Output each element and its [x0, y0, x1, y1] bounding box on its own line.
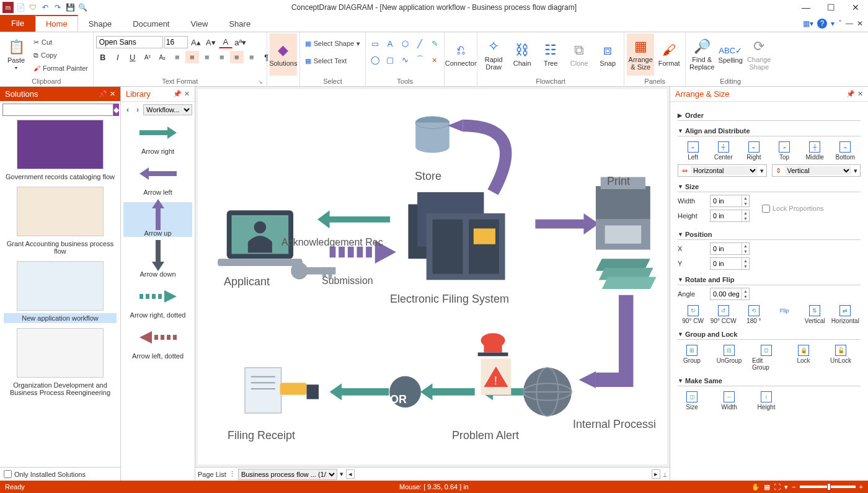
new-icon[interactable]: 📄 [15, 2, 26, 13]
align-center-button[interactable]: ┼Center [709, 141, 738, 161]
find-replace-button[interactable]: 🔎Find & Replace [688, 33, 715, 76]
undo-icon[interactable]: ↶ [40, 2, 51, 13]
spin-down-icon[interactable]: ▼ [742, 249, 749, 254]
align-middle-icon[interactable]: ≡ [230, 51, 244, 63]
page-select[interactable]: Business process flow ... (1/1) [238, 469, 337, 480]
tool-ellipse-icon[interactable]: ◯ [368, 53, 382, 66]
tool-line-icon[interactable]: ╱ [413, 37, 427, 50]
copy-button[interactable]: ⧉Copy [31, 49, 91, 61]
mdi-close-icon[interactable]: ✕ [857, 19, 863, 28]
zoom-in-icon[interactable]: + [859, 483, 863, 491]
pin-icon[interactable]: 📌 [173, 90, 182, 98]
scroll-right-icon[interactable]: ▸ [652, 469, 660, 479]
disk-icon[interactable]: 💾 [64, 2, 76, 13]
align-left-button[interactable]: ⫠Left [679, 141, 707, 161]
align-left-icon[interactable]: ≡ [170, 51, 184, 63]
only-installed-checkbox[interactable]: Only Installed Solutions [0, 467, 120, 481]
paste-button[interactable]: 📋 Paste ▾ [2, 33, 30, 76]
change-shape-button[interactable]: ⟳Change Shape [745, 33, 773, 76]
spelling-button[interactable]: ABC✓Spelling [717, 33, 744, 76]
lock-button[interactable]: 🔒Lock [789, 345, 818, 371]
tab-document[interactable]: Document [122, 15, 180, 32]
lock-chk[interactable] [762, 205, 770, 213]
font-size-select[interactable] [164, 36, 188, 48]
distribute-h-select[interactable]: ⇔Horizontal▾ [678, 164, 767, 177]
hand-icon[interactable]: ✋ [751, 483, 760, 491]
library-item[interactable]: Arrow up [123, 202, 192, 237]
ungroup-button[interactable]: ⊟UnGroup [715, 345, 743, 371]
group-button[interactable]: ⊞Group [678, 345, 706, 371]
grow-font-icon[interactable]: A▴ [189, 36, 203, 48]
collapse-ribbon-icon[interactable]: ˄ [838, 19, 842, 28]
pin-icon[interactable]: 📌 [99, 90, 107, 98]
select-text-button[interactable]: ▦Select Text [303, 55, 350, 67]
align-middle-button[interactable]: ┼Middle [800, 141, 829, 161]
tool-erase-icon[interactable]: ⨉ [428, 53, 441, 66]
library-list[interactable]: Arrow right Arrow left Arrow up Arrow do… [121, 118, 195, 481]
lock-proportions-checkbox[interactable]: Lock Proportions [762, 192, 824, 224]
nav-fwd-icon[interactable]: › [133, 105, 142, 115]
flip-button[interactable]: FlipFlip [770, 305, 799, 324]
snap-button[interactable]: ⧈Snap [594, 33, 621, 76]
spin-down-icon[interactable]: ▼ [742, 294, 749, 300]
align-section[interactable]: ▼Align and Distribute [678, 125, 861, 136]
italic-icon[interactable]: I [111, 51, 125, 63]
redo-icon[interactable]: ↷ [52, 2, 63, 13]
shrink-font-icon[interactable]: A▾ [204, 36, 218, 48]
spin-down-icon[interactable]: ▼ [742, 264, 749, 269]
library-item[interactable]: Arrow down [123, 243, 192, 278]
align-right-button[interactable]: ⫠Right [740, 141, 768, 161]
flip-h-button[interactable]: ⇄Horizontal [831, 305, 859, 324]
unlock-button[interactable]: 🔓UnLock [826, 345, 855, 371]
x-input[interactable] [711, 243, 742, 254]
library-dropdown[interactable]: Workflow... [143, 104, 192, 115]
make-width-button[interactable]: ↔Width [715, 391, 743, 411]
only-chk-box[interactable] [4, 470, 12, 478]
spin-down-icon[interactable]: ▼ [742, 216, 749, 221]
tool-poly-icon[interactable]: ⬡ [398, 37, 412, 50]
font-color-icon[interactable]: A [219, 36, 232, 48]
text-launcher-icon[interactable]: ↘ [258, 79, 263, 85]
cut-button[interactable]: ✂Cut [31, 36, 91, 48]
edit-group-button[interactable]: ⊡Edit Group [752, 345, 781, 371]
search-input[interactable] [2, 104, 113, 116]
close-panel-icon[interactable]: ✕ [110, 90, 115, 98]
app-icon[interactable]: m [2, 2, 14, 13]
spin-up-icon[interactable]: ▲ [742, 258, 749, 264]
search-go-icon[interactable]: ◆ [113, 104, 119, 116]
tool-rect-icon[interactable]: ▭ [368, 37, 382, 50]
select-shape-button[interactable]: ▦Select Shape ▾ [303, 37, 363, 50]
connector-button[interactable]: ⎌ Connector [447, 33, 474, 76]
zoom-out-icon[interactable]: − [792, 483, 795, 491]
full-icon[interactable]: ⛶ [774, 483, 781, 491]
help-dropdown-icon[interactable]: ▾ [831, 19, 835, 28]
library-item[interactable]: Arrow right [123, 120, 192, 155]
library-item[interactable]: Arrow left, dotted [123, 325, 192, 360]
tree-button[interactable]: ☷Tree [537, 33, 564, 76]
align-bottom-icon[interactable]: ≡ [245, 51, 259, 63]
solutions-button[interactable]: ◆ Solutions [270, 33, 297, 76]
group-section[interactable]: ▼Group and Lock [678, 328, 861, 340]
pin-icon[interactable]: 📌 [846, 90, 855, 98]
spin-up-icon[interactable]: ▲ [742, 288, 749, 294]
solution-item[interactable]: Organization Development and Business Pr… [4, 328, 117, 398]
page-dropdown-icon[interactable]: ▾ [340, 470, 343, 478]
scroll-left-icon[interactable]: ◂ [346, 469, 355, 479]
tool-roundrect-icon[interactable]: ▢ [383, 53, 397, 66]
format-panel-button[interactable]: 🖌Format [655, 33, 683, 76]
resize-icon[interactable]: ⟂ [663, 471, 667, 478]
tab-share[interactable]: Share [218, 15, 261, 32]
angle-input[interactable] [711, 288, 742, 300]
snap-icon[interactable]: ▦ [764, 483, 770, 491]
make-size-button[interactable]: ◫Size [678, 391, 706, 411]
close-panel-icon[interactable]: ✕ [184, 90, 190, 98]
minimize-icon[interactable]: — [794, 0, 818, 15]
tool-arc-icon[interactable]: ⌒ [413, 53, 427, 66]
library-item[interactable]: Arrow right, dotted [123, 284, 192, 319]
close-icon[interactable]: ✕ [843, 0, 868, 15]
subscript-icon[interactable]: A₂ [156, 51, 169, 63]
library-item[interactable]: Arrow left [123, 161, 192, 196]
solution-item[interactable]: Government records cataloging flow [4, 120, 117, 182]
grid-icon[interactable]: ▦▾ [803, 19, 813, 28]
make-same-section[interactable]: ▼Make Same [678, 375, 861, 386]
